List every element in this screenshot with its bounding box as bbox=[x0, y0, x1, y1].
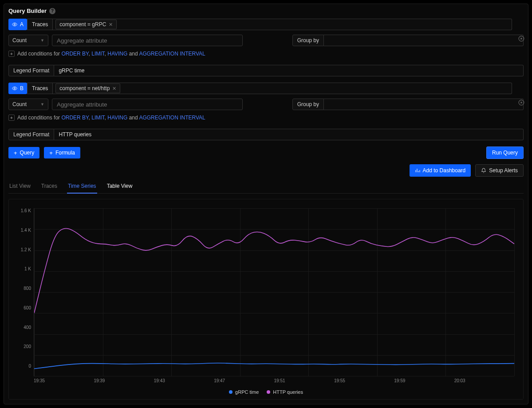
y-tick: 1.2 K bbox=[21, 247, 31, 252]
add-query-button[interactable]: +Query bbox=[8, 147, 39, 158]
remove-chip-icon[interactable]: ✕ bbox=[112, 86, 116, 91]
legend-dot bbox=[229, 390, 233, 394]
chevron-down-icon: ▼ bbox=[40, 102, 44, 107]
plot-area[interactable] bbox=[34, 208, 514, 376]
x-tick: 19:51 bbox=[274, 378, 334, 383]
legend-format-label: Legend Format bbox=[8, 129, 54, 140]
legend-label-text: HTTP queries bbox=[273, 389, 303, 395]
filter-input[interactable]: component = gRPC ✕ bbox=[53, 19, 512, 30]
tab-time-series[interactable]: Time Series bbox=[67, 179, 97, 194]
aggregate-select[interactable]: Count ▼ bbox=[8, 35, 48, 46]
filter-chip[interactable]: component = net/http ✕ bbox=[55, 83, 120, 93]
expand-conditions-icon[interactable]: + bbox=[8, 115, 15, 121]
x-tick: 19:47 bbox=[214, 378, 274, 383]
legend-item[interactable]: HTTP queries bbox=[267, 389, 303, 395]
series-line bbox=[34, 229, 514, 313]
run-query-button[interactable]: Run Query bbox=[486, 147, 524, 159]
having-link[interactable]: HAVING bbox=[107, 115, 127, 121]
conditions-row: + Add conditions for ORDER BY, LIMIT, HA… bbox=[8, 51, 524, 57]
y-tick: 600 bbox=[24, 305, 31, 310]
query-id: B bbox=[20, 85, 24, 91]
groupby-label: Group by bbox=[292, 35, 324, 46]
chart-legend: gRPC timeHTTP queries bbox=[18, 389, 514, 395]
tab-table-view[interactable]: Table View bbox=[106, 179, 134, 193]
legend-item[interactable]: gRPC time bbox=[229, 389, 259, 395]
agg-interval-link[interactable]: AGGREGATION INTERVAL bbox=[139, 51, 205, 57]
remove-query-icon[interactable] bbox=[517, 35, 525, 43]
add-formula-button[interactable]: +Formula bbox=[44, 147, 80, 158]
view-tabs: List View Traces Time Series Table View bbox=[8, 179, 524, 194]
filter-input[interactable]: component = net/http ✕ bbox=[53, 83, 512, 94]
bell-icon bbox=[481, 168, 486, 173]
x-tick: 19:39 bbox=[94, 378, 154, 383]
setup-alerts-button[interactable]: Setup Alerts bbox=[475, 164, 524, 177]
remove-query-icon[interactable] bbox=[517, 99, 525, 107]
y-tick: 800 bbox=[24, 286, 31, 291]
x-tick: 19:59 bbox=[394, 378, 454, 383]
legend-format-input[interactable]: gRPC time bbox=[54, 65, 524, 76]
groupby-input[interactable] bbox=[324, 99, 524, 110]
x-tick: 19:43 bbox=[154, 378, 214, 383]
query-builder-panel: Query Builder ? A Traces component = gRP… bbox=[4, 4, 528, 404]
y-tick: 200 bbox=[24, 344, 31, 349]
orderby-link[interactable]: ORDER BY bbox=[61, 115, 88, 121]
y-tick: 1.4 K bbox=[21, 228, 31, 233]
series-line bbox=[34, 363, 514, 369]
svg-point-0 bbox=[14, 24, 16, 25]
query-block-a: A Traces component = gRPC ✕ Count ▼ bbox=[8, 19, 524, 76]
x-axis: 19:3519:3919:4319:4719:5119:5519:5920:03 bbox=[18, 378, 514, 383]
aggregate-attribute-input[interactable] bbox=[52, 35, 243, 46]
query-id: A bbox=[20, 21, 24, 28]
orderby-link[interactable]: ORDER BY bbox=[61, 51, 88, 57]
chart-icon bbox=[415, 168, 420, 173]
eye-icon bbox=[12, 22, 17, 27]
groupby-input[interactable] bbox=[324, 35, 524, 46]
legend-format-label: Legend Format bbox=[8, 65, 54, 76]
panel-title: Query Builder bbox=[8, 8, 47, 14]
x-tick: 19:35 bbox=[34, 378, 94, 383]
svg-point-2 bbox=[14, 88, 16, 89]
query-letter-badge[interactable]: B bbox=[8, 83, 27, 94]
panel-header: Query Builder ? bbox=[8, 8, 524, 14]
source-selector[interactable]: Traces bbox=[27, 83, 53, 94]
tab-traces[interactable]: Traces bbox=[40, 179, 58, 193]
limit-link[interactable]: LIMIT bbox=[91, 51, 104, 57]
eye-icon bbox=[12, 86, 17, 91]
groupby-label: Group by bbox=[292, 99, 324, 110]
legend-label-text: gRPC time bbox=[235, 389, 259, 395]
help-icon[interactable]: ? bbox=[49, 8, 55, 14]
legend-dot bbox=[267, 390, 270, 394]
y-tick: 0 bbox=[28, 364, 31, 368]
plus-icon: + bbox=[49, 150, 53, 156]
query-block-b: B Traces component = net/http ✕ Count ▼ bbox=[8, 83, 524, 140]
chevron-down-icon: ▼ bbox=[40, 38, 44, 43]
expand-conditions-icon[interactable]: + bbox=[8, 51, 15, 57]
chart-panel: 1.6 K1.4 K1.2 K1 K8006004002000 19:3519:… bbox=[8, 199, 524, 400]
agg-interval-link[interactable]: AGGREGATION INTERVAL bbox=[139, 115, 205, 121]
x-tick: 20:03 bbox=[454, 378, 514, 383]
y-tick: 1.6 K bbox=[21, 208, 31, 213]
filter-chip[interactable]: component = gRPC ✕ bbox=[55, 20, 117, 29]
plus-icon: + bbox=[14, 150, 17, 156]
y-tick: 400 bbox=[24, 325, 31, 330]
line-chart-svg bbox=[34, 208, 514, 376]
query-letter-badge[interactable]: A bbox=[8, 19, 27, 30]
x-tick: 19:55 bbox=[334, 378, 394, 383]
y-axis: 1.6 K1.4 K1.2 K1 K8006004002000 bbox=[18, 208, 34, 376]
limit-link[interactable]: LIMIT bbox=[91, 115, 104, 121]
aggregate-attribute-input[interactable] bbox=[52, 99, 243, 110]
legend-format-input[interactable]: HTTP queries bbox=[54, 129, 524, 140]
add-to-dashboard-button[interactable]: Add to Dashboard bbox=[410, 164, 471, 177]
source-selector[interactable]: Traces bbox=[27, 19, 53, 30]
conditions-row: + Add conditions for ORDER BY, LIMIT, HA… bbox=[8, 115, 524, 121]
remove-chip-icon[interactable]: ✕ bbox=[109, 22, 113, 28]
y-tick: 1 K bbox=[24, 266, 31, 271]
having-link[interactable]: HAVING bbox=[107, 51, 127, 57]
aggregate-select[interactable]: Count ▼ bbox=[8, 99, 48, 110]
tab-list-view[interactable]: List View bbox=[8, 179, 32, 193]
